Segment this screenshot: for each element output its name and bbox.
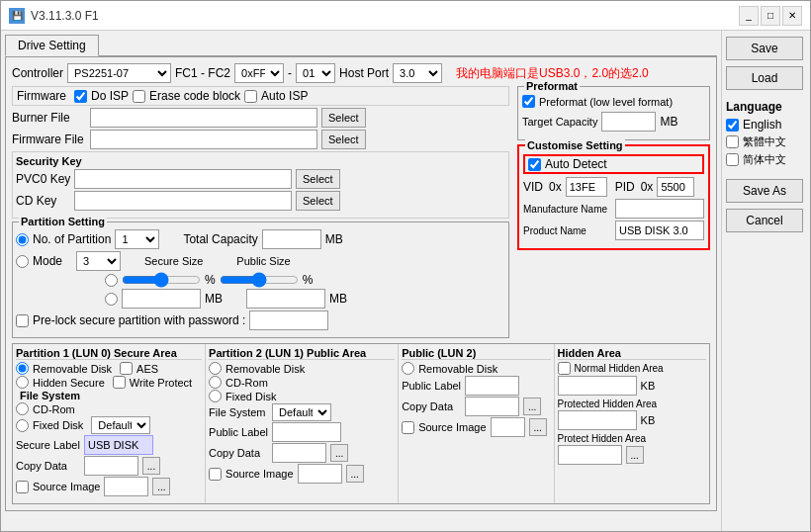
target-capacity-input[interactable] [601,112,656,132]
preformat-checkbox[interactable] [522,95,535,108]
english-checkbox[interactable] [726,119,739,132]
part1-fixed-radio[interactable] [16,419,29,432]
normal-hidden-kb-input[interactable] [558,376,637,396]
part3-copy-data-btn[interactable]: ... [523,398,541,415]
mode-select[interactable]: 312 [76,251,121,271]
part1-aes-checkbox[interactable] [120,362,133,375]
fc1-select[interactable]: 0xFF [234,63,284,83]
protected-hidden-kb-input[interactable] [558,410,637,430]
protect-hidden-kb-btn[interactable]: ... [626,446,644,464]
part2-copy-data-btn[interactable]: ... [330,444,348,462]
target-capacity-label: Target Capacity [522,116,597,128]
part2-source-image-btn[interactable]: ... [346,465,364,483]
maximize-button[interactable]: □ [761,6,780,26]
part1-source-image-checkbox[interactable] [16,481,29,493]
part1-secure-label-input[interactable] [84,435,153,455]
vid-input[interactable] [566,177,607,197]
mode-radio[interactable] [16,255,29,268]
part1-copy-data-input[interactable] [84,456,138,476]
no-of-partition-select[interactable]: 123 [115,229,159,249]
hostport-select[interactable]: 3.0 2.0 [393,63,442,83]
part3-removable-radio[interactable] [402,362,414,375]
part2-public-label-input[interactable] [272,422,341,442]
part3-source-image-input[interactable] [491,417,525,437]
do-isp-checkbox[interactable] [74,90,87,103]
auto-detect-checkbox[interactable] [528,158,541,171]
protect-hidden-kb-input[interactable] [558,445,622,465]
part3-copy-data-row: Copy Data ... [402,397,550,416]
load-button[interactable]: Load [726,66,803,90]
part1-cdrom-radio[interactable] [16,402,29,415]
simplified-chinese-checkbox[interactable] [726,153,739,166]
secure-mb-input[interactable] [122,289,201,309]
part3-copy-data-input[interactable] [465,397,519,416]
fc2-select[interactable]: 01 [296,63,335,83]
erase-code-block-checkbox[interactable] [133,90,145,103]
secure-radio[interactable] [105,274,118,287]
no-of-partition-label: No. of Partition [33,232,111,246]
left-section: Firmware Do ISP Erase code block Auto IS… [12,86,509,341]
save-button[interactable]: Save [726,37,803,60]
public-slider[interactable] [220,273,299,287]
normal-hidden-row: Normal Hidden Area [558,362,706,375]
part3-source-image-btn[interactable]: ... [529,418,547,436]
part2-cdrom-radio[interactable] [209,376,222,389]
part2-source-image-checkbox[interactable] [209,468,222,481]
pvco-input[interactable] [74,169,292,189]
no-of-partition-radio[interactable] [16,233,29,246]
manufacture-input[interactable] [615,199,704,219]
cancel-button[interactable]: Cancel [726,209,803,232]
traditional-chinese-checkbox[interactable] [726,135,739,148]
part1-fixed-row: Fixed Disk Default [16,416,202,434]
total-capacity-label: Total Capacity [183,232,257,246]
tab-drive-setting[interactable]: Drive Setting [5,35,99,56]
part1-hidden-secure-radio[interactable] [16,376,29,389]
close-button[interactable]: ✕ [782,6,802,26]
part1-removable-radio[interactable] [16,362,29,375]
part2-copy-data-label: Copy Data [209,447,268,459]
simplified-chinese-label: 简体中文 [743,152,786,167]
part2-filesystem-select[interactable]: Default [272,403,331,421]
customise-box: Customise Setting Auto Detect VID 0x [517,144,710,250]
firmware-select-button[interactable]: Select [321,130,366,149]
prelock-input[interactable] [249,310,328,330]
part3-public-label-input[interactable] [465,376,519,396]
part1-source-image-btn[interactable]: ... [152,478,170,495]
controller-select[interactable]: PS2251-07 [67,63,171,83]
secure-slider[interactable] [122,273,201,287]
cd-select-button[interactable]: Select [296,191,340,211]
pvco-select-button[interactable]: Select [296,169,340,189]
save-as-button[interactable]: Save As [726,179,803,203]
right-form-section: Preformat Preformat (low level format) T… [517,86,710,341]
public-mb-input[interactable] [246,289,325,309]
minimize-button[interactable]: _ [739,6,759,26]
partition-col-4: Hidden Area Normal Hidden Area KB Protec… [555,344,709,503]
part1-write-protect-checkbox[interactable] [113,376,126,389]
product-input[interactable] [615,221,704,240]
partition-columns: Partition 1 (LUN 0) Secure Area Removabl… [12,343,710,504]
normal-hidden-kb-row: KB [558,376,706,396]
part2-fixed-radio[interactable] [209,390,222,402]
cd-key-input[interactable] [74,191,292,211]
pid-input[interactable] [657,177,694,197]
burner-select-button[interactable]: Select [321,108,366,128]
auto-isp-checkbox[interactable] [244,90,257,103]
prelock-checkbox[interactable] [16,314,29,327]
pvco-label: PVC0 Key [16,172,70,186]
firmware-file-input[interactable] [90,130,317,149]
normal-hidden-checkbox[interactable] [558,362,571,375]
total-capacity-input[interactable] [262,229,321,249]
part1-source-image-input[interactable] [104,477,148,496]
part1-aes-label: AES [136,363,158,375]
part2-source-image-input[interactable] [298,464,342,484]
normal-hidden-kb-label: KB [641,380,656,392]
part1-copy-data-btn[interactable]: ... [142,457,160,475]
part3-source-image-checkbox[interactable] [402,421,414,434]
burner-file-input[interactable] [90,108,317,128]
mb-radio[interactable] [105,293,118,306]
part1-filesystem-select[interactable]: Default [91,416,150,434]
cd-key-row: CD Key Select [16,191,505,211]
part2-copy-data-input[interactable] [272,443,326,463]
part3-title: Public (LUN 2) [402,347,550,360]
part2-removable-radio[interactable] [209,362,222,375]
